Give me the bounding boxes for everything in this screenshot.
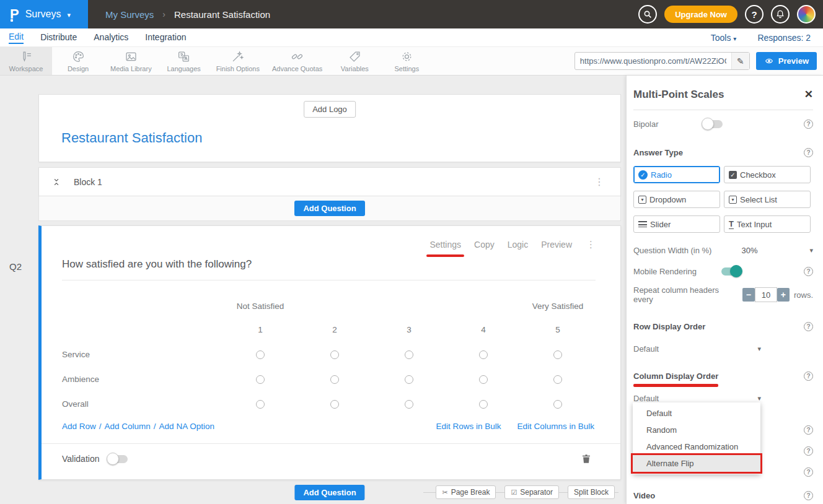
radio-service-3[interactable] (405, 350, 413, 359)
add-question-button-bottom[interactable]: Add Question (294, 485, 364, 500)
column-display-order-select[interactable]: Default ▾ (633, 394, 761, 403)
help-icon[interactable]: ? (804, 322, 813, 331)
delete-question-button[interactable] (581, 453, 592, 465)
help-icon[interactable]: ? (804, 148, 813, 157)
toolbar-item-variables[interactable]: Variables (328, 47, 381, 75)
answer-type-checkbox[interactable]: ✓Checkbox (724, 166, 811, 183)
radio-ambience-2[interactable] (330, 375, 339, 384)
radio-service-2[interactable] (330, 350, 339, 359)
repeat-headers-input[interactable] (755, 287, 777, 302)
tag-icon (348, 50, 361, 63)
radio-ambience-1[interactable] (256, 375, 265, 384)
dropdown-option-random[interactable]: Random (633, 422, 760, 438)
rows-suffix-label: rows. (794, 290, 813, 300)
radio-ambience-4[interactable] (479, 375, 488, 384)
help-icon[interactable]: ? (804, 491, 813, 500)
toolbar-item-finish-options[interactable]: Finish Options (210, 47, 266, 75)
block-menu-dots-icon[interactable]: ⋮ (594, 176, 604, 188)
close-icon[interactable]: ✕ (804, 88, 813, 101)
question-tab-logic[interactable]: Logic (508, 240, 528, 250)
survey-url-input[interactable] (575, 56, 731, 66)
mobile-rendering-toggle[interactable] (721, 267, 741, 276)
radio-ambience-5[interactable] (553, 375, 562, 384)
add-logo-button[interactable]: Add Logo (304, 101, 356, 118)
row-label-ambience[interactable]: Ambience (62, 367, 223, 392)
add-question-button-top[interactable]: Add Question (294, 201, 364, 216)
edit-url-pencil-icon[interactable]: ✎ (731, 53, 749, 69)
radio-service-4[interactable] (479, 350, 488, 359)
answer-type-text-input[interactable]: TText Input (724, 215, 811, 233)
radio-service-5[interactable] (553, 350, 562, 359)
decrement-button[interactable]: − (742, 288, 755, 302)
answer-type-radio[interactable]: ✓Radio (633, 166, 720, 183)
palette-icon (72, 50, 85, 63)
page-break-button[interactable]: ✂Page Break (436, 485, 496, 499)
add-column-link[interactable]: Add Column (105, 422, 151, 431)
search-button[interactable] (638, 5, 657, 24)
radio-overall-2[interactable] (330, 400, 339, 409)
row-label-overall[interactable]: Overall (62, 392, 223, 417)
toolbar-item-media-library[interactable]: Media Library (104, 47, 158, 75)
split-block-button[interactable]: Split Block (568, 485, 615, 499)
question-width-value[interactable]: 30% (741, 246, 757, 255)
edit-columns-in-bulk-link[interactable]: Edit Columns in Bulk (517, 422, 594, 431)
question-menu-dots-icon[interactable]: ⋮ (586, 239, 596, 250)
question-tab-copy[interactable]: Copy (474, 240, 495, 250)
bipolar-toggle[interactable] (703, 120, 723, 128)
tab-distribute[interactable]: Distribute (40, 32, 77, 43)
help-icon[interactable]: ? (804, 425, 813, 435)
question-tab-preview[interactable]: Preview (541, 240, 572, 250)
question-tab-settings[interactable]: Settings (429, 240, 461, 250)
toolbar-item-settings[interactable]: Settings (381, 47, 433, 75)
help-icon[interactable]: ? (804, 371, 813, 381)
toolbar-item-advance-quotas[interactable]: Advance Quotas (266, 47, 328, 75)
notifications-button[interactable] (771, 5, 790, 24)
upgrade-now-button[interactable]: Upgrade Now (664, 6, 737, 23)
link-separator: / (154, 422, 156, 431)
toolbar-item-languages[interactable]: Languages (158, 47, 210, 75)
row-label-service[interactable]: Service (62, 342, 223, 367)
dropdown-option-default[interactable]: Default (633, 405, 760, 422)
help-button[interactable]: ? (745, 5, 764, 24)
answer-type-slider[interactable]: Slider (633, 215, 720, 233)
answer-type-dropdown[interactable]: ▾Dropdown (633, 191, 720, 208)
chevron-down-icon[interactable]: ▾ (809, 246, 813, 254)
survey-title[interactable]: Restaurant Satisfaction (61, 130, 202, 146)
answer-type-select-list[interactable]: ▾Select List (724, 191, 811, 208)
separator-button[interactable]: ☑Separator (504, 485, 559, 499)
tools-menu[interactable]: Tools ▾ (711, 33, 737, 43)
radio-ambience-3[interactable] (405, 375, 413, 384)
validation-toggle[interactable] (108, 455, 128, 463)
tab-analytics[interactable]: Analytics (94, 32, 128, 43)
collapse-block-icon[interactable] (52, 177, 62, 187)
column-display-order-row: Column Display Order ? (633, 371, 813, 381)
toolbar-item-workspace[interactable]: Workspace (0, 47, 52, 75)
help-icon[interactable]: ? (804, 267, 813, 276)
toolbar-item-design[interactable]: Design (52, 47, 104, 75)
responses-count[interactable]: Responses: 2 (757, 33, 811, 43)
help-icon[interactable]: ? (804, 467, 813, 477)
survey-nav-tabs: Edit Distribute Analytics Integration To… (0, 28, 823, 47)
increment-button[interactable]: + (777, 288, 790, 302)
dropdown-option-advanced-randomization[interactable]: Advanced Randomization (633, 438, 760, 455)
product-switcher[interactable]: P Surveys ▾ (0, 0, 88, 28)
radio-overall-3[interactable] (405, 400, 413, 409)
radio-overall-1[interactable] (256, 400, 265, 409)
radio-overall-4[interactable] (479, 400, 488, 409)
help-icon[interactable]: ? (804, 119, 813, 129)
radio-service-1[interactable] (256, 350, 265, 359)
add-row-link[interactable]: Add Row (62, 422, 96, 431)
dropdown-option-alternate-flip[interactable]: Alternate Flip (633, 455, 760, 472)
help-icon[interactable]: ? (804, 446, 813, 456)
question-text[interactable]: How satisfied are you with the following… (62, 258, 252, 271)
tab-integration[interactable]: Integration (145, 32, 186, 43)
answer-type-label: Dropdown (649, 195, 686, 204)
preview-button[interactable]: Preview (756, 52, 817, 70)
user-avatar[interactable] (797, 5, 816, 24)
add-na-option-link[interactable]: Add NA Option (159, 422, 214, 431)
edit-rows-in-bulk-link[interactable]: Edit Rows in Bulk (436, 422, 501, 431)
breadcrumb-my-surveys[interactable]: My Surveys (105, 9, 154, 20)
tab-edit[interactable]: Edit (9, 32, 24, 44)
radio-overall-5[interactable] (553, 400, 562, 409)
row-display-order-select[interactable]: Default ▾ (633, 344, 761, 354)
